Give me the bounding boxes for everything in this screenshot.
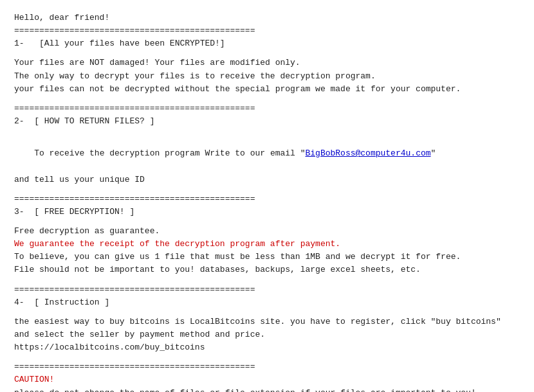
section4-header: 4- [ Instruction ] xyxy=(14,296,520,309)
section4-body-2: https://localbitcoins.com/buy_bitcoins xyxy=(14,341,520,354)
section1-body-0: Your files are NOT damaged! Your files a… xyxy=(14,57,520,69)
section4-body-1: and select the seller by payment method … xyxy=(14,328,520,341)
separator-3: ========================================… xyxy=(14,193,520,206)
section3-body-0: Free decryption as guarantee. xyxy=(14,225,520,238)
section2-body-after: " xyxy=(431,148,436,158)
separator-1: ========================================… xyxy=(14,24,520,37)
section3-body-3: File should not be important to you! dat… xyxy=(14,263,520,276)
section4-body-0: the easiest way to buy bitcoins is Local… xyxy=(14,316,520,328)
section1-body-2: your files can not be decrypted without … xyxy=(14,83,520,96)
section2-uid-line: and tell us your unique ID xyxy=(14,174,520,186)
section2-header: 2- [ HOW TO RETURN FILES? ] xyxy=(14,115,520,128)
section2-email-line: To receive the decryption program Write … xyxy=(14,134,520,173)
greeting-line: Hello, dear friend! xyxy=(14,12,520,24)
separator-4: ========================================… xyxy=(14,283,520,296)
separator-2: ========================================… xyxy=(14,102,520,115)
section2-body-before: To receive the decryption program Write … xyxy=(34,148,305,158)
separator-5: ========================================… xyxy=(14,361,520,373)
ransom-note: Hello, dear friend! ====================… xyxy=(14,12,520,392)
section3-body-1: We guarantee the receipt of the decrypti… xyxy=(14,238,520,251)
section3-body-2: To believe, you can give us 1 file that … xyxy=(14,251,520,263)
email-link[interactable]: BigBobRoss@computer4u.com xyxy=(306,148,431,158)
caution-body: please do not change the name of files o… xyxy=(14,387,520,392)
section1-header: 1- [All your files have been ENCRYPTED!] xyxy=(14,37,520,50)
section3-header: 3- [ FREE DECRYPTION! ] xyxy=(14,206,520,218)
caution-header: CAUTION! xyxy=(14,373,520,386)
section1-body-1: The only way to decrypt your files is to… xyxy=(14,70,520,83)
